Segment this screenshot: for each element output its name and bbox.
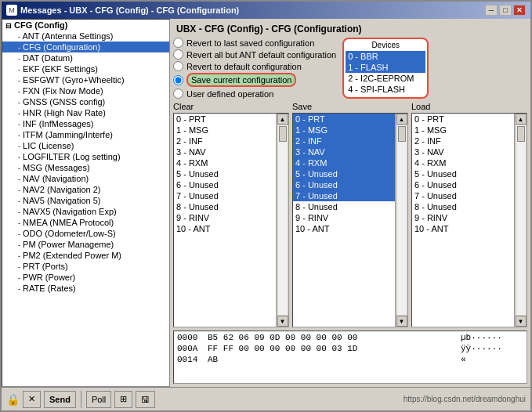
close-x-button[interactable]: ✕ [23,391,41,408]
save-list-item-5[interactable]: 5 - Unused [293,168,395,179]
save-scroll-track [397,125,407,315]
save-list-item-10[interactable]: 10 - ANT [293,223,395,234]
extra-icon2: 🖫 [141,395,150,404]
load-list-item-7[interactable]: 7 - Unused [412,190,514,201]
radio-input-1[interactable] [173,49,183,60]
clear-scrollbar: ▲ ▼ [276,114,288,327]
load-list-item-8[interactable]: 8 - Unused [412,201,514,212]
clear-list-item-7[interactable]: 7 - Unused [174,190,276,201]
save-list-item-3[interactable]: 3 - NAV [293,146,395,157]
left-tree-panel: ⊟ CFG (Config)- ANT (Antenna Settings)- … [2,19,170,387]
load-list-item-0[interactable]: 0 - PRT [412,114,514,125]
tree-item-6[interactable]: - FXN (Fix Now Mode) [2,85,169,96]
hex-bytes-1: FF FF 00 00 00 00 00 00 03 1D [208,344,458,353]
load-list-item-10[interactable]: 10 - ANT [412,223,514,234]
device-item-2[interactable]: 2 - I2C-EEPROM [346,73,425,84]
device-item-1[interactable]: 1 - FLASH [346,62,425,73]
tree-item-23[interactable]: - PWR (Power) [2,272,169,283]
tree-item-9[interactable]: - INF (InfMessages) [2,118,169,129]
tree-item-1[interactable]: - ANT (Antenna Settings) [2,31,169,42]
tree-item-15[interactable]: - NAV2 (Navigation 2) [2,184,169,195]
clear-list-item-9[interactable]: 9 - RINV [174,212,276,223]
tree-item-21[interactable]: - PM2 (Extended Power M) [2,250,169,261]
poll-button[interactable]: Poll [86,391,111,408]
extra-button1[interactable]: ⊞ [114,391,132,408]
tree-item-10[interactable]: - ITFM (Jamming/Interfe) [2,129,169,140]
tree-item-17[interactable]: - NAVX5 (Navigation Exp) [2,206,169,217]
save-list-item-8[interactable]: 8 - Unused [293,201,395,212]
maximize-button[interactable]: □ [499,5,512,16]
tree-item-7[interactable]: - GNSS (GNSS config) [2,96,169,107]
tree-item-24[interactable]: - RATE (Rates) [2,283,169,294]
clear-list-item-2[interactable]: 2 - INF [174,136,276,146]
clear-scroll-down[interactable]: ▼ [277,316,288,327]
hex-row-2: 0014AB« [177,355,523,364]
load-scroll-down[interactable]: ▼ [516,316,527,327]
tree-item-13[interactable]: - MSG (Messages) [2,162,169,173]
tree-item-22[interactable]: - PRT (Ports) [2,261,169,272]
tree-item-16[interactable]: - NAV5 (Navigation 5) [2,195,169,206]
load-list-item-3[interactable]: 3 - NAV [412,146,514,157]
tree-item-18[interactable]: - NMEA (NMEA Protocol) [2,217,169,228]
hex-ascii-2: « [461,355,523,364]
clear-list-item-5[interactable]: 5 - Unused [174,168,276,179]
clear-list-item-3[interactable]: 3 - NAV [174,146,276,157]
save-list-item-9[interactable]: 9 - RINV [293,212,395,223]
title-buttons: ─ □ ✕ [485,5,526,16]
minimize-button[interactable]: ─ [485,5,498,16]
clear-list-item-8[interactable]: 8 - Unused [174,201,276,212]
device-item-0[interactable]: 0 - BBR [346,51,425,62]
radio-input-3[interactable] [173,75,183,85]
hex-row-0: 0000B5 62 06 09 0D 00 00 00 00 00µb·····… [177,333,523,342]
load-scroll-up[interactable]: ▲ [516,114,527,125]
radio-input-4[interactable] [173,89,183,99]
clear-list-item-0[interactable]: 0 - PRT [174,114,276,125]
save-list-item-1[interactable]: 1 - MSG [293,125,395,136]
load-list-item-6[interactable]: 6 - Unused [412,179,514,190]
clear-list-item-6[interactable]: 6 - Unused [174,179,276,190]
save-list-item-4[interactable]: 4 - RXM [293,157,395,168]
save-list-item-0[interactable]: 0 - PRT [293,114,395,125]
divider [81,391,81,408]
hex-addr-0: 0000 [177,333,204,342]
tree-item-11[interactable]: - LIC (License) [2,140,169,151]
tree-item-2[interactable]: - CFG (Configuration) [2,42,169,52]
radio-item-4: User defined operation [173,89,336,99]
tree-item-5[interactable]: - ESFGWT (Gyro+Wheeltic) [2,74,169,85]
clear-list-item-1[interactable]: 1 - MSG [174,125,276,136]
tree-item-4[interactable]: - EKF (EKF Settings) [2,63,169,74]
clear-list-item-10[interactable]: 10 - ANT [174,223,276,234]
load-list-item-9[interactable]: 9 - RINV [412,212,514,223]
save-list-item-7[interactable]: 7 - Unused [293,190,395,201]
load-list-item-4[interactable]: 4 - RXM [412,157,514,168]
device-item-3[interactable]: 4 - SPI-FLASH [346,84,425,95]
save-scroll-down[interactable]: ▼ [396,316,407,327]
close-button[interactable]: ✕ [513,5,526,16]
tree-item-0[interactable]: ⊟ CFG (Config) [2,20,169,31]
load-list-item-2[interactable]: 2 - INF [412,136,514,146]
send-button[interactable]: Send [44,391,76,408]
tree-item-8[interactable]: - HNR (High Nav Rate) [2,107,169,118]
clear-scroll-thumb[interactable] [279,126,287,142]
save-scrollbar: ▲ ▼ [395,114,407,327]
save-list-item-6[interactable]: 6 - Unused [293,179,395,190]
load-scroll-thumb[interactable] [517,126,525,142]
clear-list-item-4[interactable]: 4 - RXM [174,157,276,168]
clear-scroll-up[interactable]: ▲ [277,114,288,125]
tree-item-19[interactable]: - ODO (Odometer/Low-S) [2,228,169,239]
save-list: 0 - PRT1 - MSG2 - INF3 - NAV4 - RXM5 - U… [293,114,395,327]
save-list-item-2[interactable]: 2 - INF [293,136,395,146]
tree-item-3[interactable]: - DAT (Datum) [2,52,169,63]
load-list-item-1[interactable]: 1 - MSG [412,125,514,136]
extra-button2[interactable]: 🖫 [136,391,155,408]
radio-item-1: Revert all but ANT default configuration [173,49,336,60]
save-scroll-up[interactable]: ▲ [396,114,407,125]
tree-item-20[interactable]: - PM (Power Manageme) [2,239,169,250]
tree-item-12[interactable]: - LOGFILTER (Log setting) [2,151,169,162]
devices-box: Devices 0 - BBR1 - FLASH2 - I2C-EEPROM4 … [342,38,429,99]
save-scroll-thumb[interactable] [398,126,406,142]
tree-item-14[interactable]: - NAV (Navigation) [2,173,169,184]
radio-input-2[interactable] [173,61,183,71]
load-list-item-5[interactable]: 5 - Unused [412,168,514,179]
radio-input-0[interactable] [173,38,183,48]
